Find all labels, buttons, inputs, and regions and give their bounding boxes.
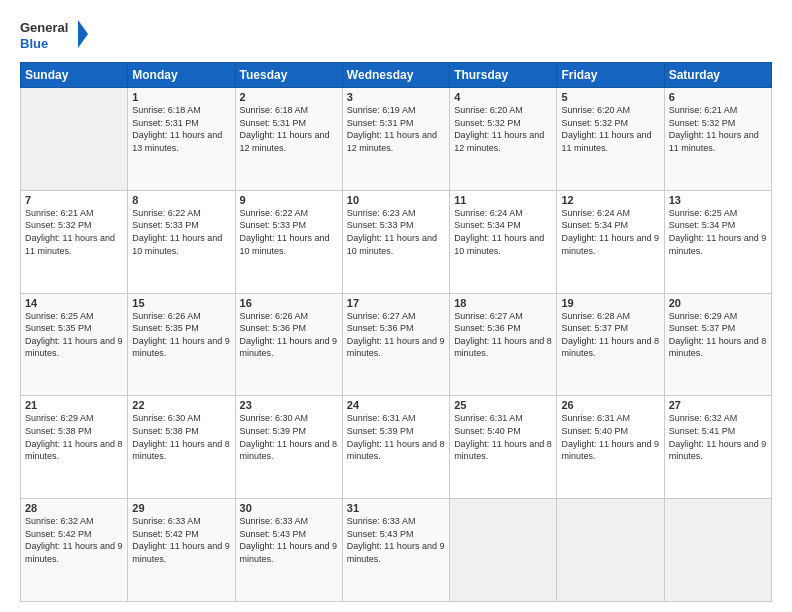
calendar-cell: 6Sunrise: 6:21 AMSunset: 5:32 PMDaylight… — [664, 88, 771, 191]
calendar-cell: 17Sunrise: 6:27 AMSunset: 5:36 PMDayligh… — [342, 293, 449, 396]
cell-content: Sunrise: 6:33 AMSunset: 5:42 PMDaylight:… — [132, 515, 230, 565]
day-number: 2 — [240, 91, 338, 103]
calendar-cell: 1Sunrise: 6:18 AMSunset: 5:31 PMDaylight… — [128, 88, 235, 191]
calendar-week-row: 7Sunrise: 6:21 AMSunset: 5:32 PMDaylight… — [21, 190, 772, 293]
calendar-cell: 11Sunrise: 6:24 AMSunset: 5:34 PMDayligh… — [450, 190, 557, 293]
calendar-cell: 29Sunrise: 6:33 AMSunset: 5:42 PMDayligh… — [128, 499, 235, 602]
day-number: 4 — [454, 91, 552, 103]
day-of-week-header: Friday — [557, 63, 664, 88]
day-of-week-header: Thursday — [450, 63, 557, 88]
calendar-cell: 10Sunrise: 6:23 AMSunset: 5:33 PMDayligh… — [342, 190, 449, 293]
cell-content: Sunrise: 6:30 AMSunset: 5:38 PMDaylight:… — [132, 412, 230, 462]
calendar-cell: 24Sunrise: 6:31 AMSunset: 5:39 PMDayligh… — [342, 396, 449, 499]
calendar-week-row: 21Sunrise: 6:29 AMSunset: 5:38 PMDayligh… — [21, 396, 772, 499]
calendar-cell: 22Sunrise: 6:30 AMSunset: 5:38 PMDayligh… — [128, 396, 235, 499]
calendar-week-row: 28Sunrise: 6:32 AMSunset: 5:42 PMDayligh… — [21, 499, 772, 602]
day-number: 15 — [132, 297, 230, 309]
header: General Blue — [20, 16, 772, 54]
cell-content: Sunrise: 6:22 AMSunset: 5:33 PMDaylight:… — [132, 207, 230, 257]
calendar-cell: 20Sunrise: 6:29 AMSunset: 5:37 PMDayligh… — [664, 293, 771, 396]
calendar-cell: 31Sunrise: 6:33 AMSunset: 5:43 PMDayligh… — [342, 499, 449, 602]
calendar-cell: 26Sunrise: 6:31 AMSunset: 5:40 PMDayligh… — [557, 396, 664, 499]
day-number: 1 — [132, 91, 230, 103]
day-of-week-header: Monday — [128, 63, 235, 88]
calendar-cell: 9Sunrise: 6:22 AMSunset: 5:33 PMDaylight… — [235, 190, 342, 293]
cell-content: Sunrise: 6:29 AMSunset: 5:37 PMDaylight:… — [669, 310, 767, 360]
calendar-cell: 5Sunrise: 6:20 AMSunset: 5:32 PMDaylight… — [557, 88, 664, 191]
day-of-week-header: Tuesday — [235, 63, 342, 88]
logo: General Blue — [20, 16, 90, 54]
day-number: 27 — [669, 399, 767, 411]
cell-content: Sunrise: 6:21 AMSunset: 5:32 PMDaylight:… — [669, 104, 767, 154]
day-number: 9 — [240, 194, 338, 206]
calendar-cell — [557, 499, 664, 602]
cell-content: Sunrise: 6:20 AMSunset: 5:32 PMDaylight:… — [561, 104, 659, 154]
cell-content: Sunrise: 6:26 AMSunset: 5:35 PMDaylight:… — [132, 310, 230, 360]
day-number: 8 — [132, 194, 230, 206]
cell-content: Sunrise: 6:20 AMSunset: 5:32 PMDaylight:… — [454, 104, 552, 154]
cell-content: Sunrise: 6:32 AMSunset: 5:41 PMDaylight:… — [669, 412, 767, 462]
calendar-cell: 28Sunrise: 6:32 AMSunset: 5:42 PMDayligh… — [21, 499, 128, 602]
cell-content: Sunrise: 6:24 AMSunset: 5:34 PMDaylight:… — [454, 207, 552, 257]
day-of-week-header: Sunday — [21, 63, 128, 88]
cell-content: Sunrise: 6:30 AMSunset: 5:39 PMDaylight:… — [240, 412, 338, 462]
calendar-cell: 14Sunrise: 6:25 AMSunset: 5:35 PMDayligh… — [21, 293, 128, 396]
cell-content: Sunrise: 6:31 AMSunset: 5:40 PMDaylight:… — [454, 412, 552, 462]
svg-text:General: General — [20, 20, 68, 35]
calendar-cell — [21, 88, 128, 191]
calendar-cell: 4Sunrise: 6:20 AMSunset: 5:32 PMDaylight… — [450, 88, 557, 191]
page: General Blue SundayMondayTuesdayWednesda… — [0, 0, 792, 612]
day-number: 31 — [347, 502, 445, 514]
cell-content: Sunrise: 6:31 AMSunset: 5:39 PMDaylight:… — [347, 412, 445, 462]
cell-content: Sunrise: 6:18 AMSunset: 5:31 PMDaylight:… — [132, 104, 230, 154]
calendar-week-row: 1Sunrise: 6:18 AMSunset: 5:31 PMDaylight… — [21, 88, 772, 191]
cell-content: Sunrise: 6:33 AMSunset: 5:43 PMDaylight:… — [240, 515, 338, 565]
calendar-cell: 7Sunrise: 6:21 AMSunset: 5:32 PMDaylight… — [21, 190, 128, 293]
day-number: 21 — [25, 399, 123, 411]
day-of-week-header: Wednesday — [342, 63, 449, 88]
cell-content: Sunrise: 6:29 AMSunset: 5:38 PMDaylight:… — [25, 412, 123, 462]
calendar-cell — [450, 499, 557, 602]
day-number: 28 — [25, 502, 123, 514]
day-number: 11 — [454, 194, 552, 206]
cell-content: Sunrise: 6:28 AMSunset: 5:37 PMDaylight:… — [561, 310, 659, 360]
calendar-cell: 25Sunrise: 6:31 AMSunset: 5:40 PMDayligh… — [450, 396, 557, 499]
cell-content: Sunrise: 6:19 AMSunset: 5:31 PMDaylight:… — [347, 104, 445, 154]
day-of-week-header: Saturday — [664, 63, 771, 88]
cell-content: Sunrise: 6:27 AMSunset: 5:36 PMDaylight:… — [454, 310, 552, 360]
cell-content: Sunrise: 6:21 AMSunset: 5:32 PMDaylight:… — [25, 207, 123, 257]
day-number: 26 — [561, 399, 659, 411]
calendar-cell: 8Sunrise: 6:22 AMSunset: 5:33 PMDaylight… — [128, 190, 235, 293]
day-number: 16 — [240, 297, 338, 309]
day-number: 3 — [347, 91, 445, 103]
cell-content: Sunrise: 6:23 AMSunset: 5:33 PMDaylight:… — [347, 207, 445, 257]
calendar-cell: 3Sunrise: 6:19 AMSunset: 5:31 PMDaylight… — [342, 88, 449, 191]
cell-content: Sunrise: 6:26 AMSunset: 5:36 PMDaylight:… — [240, 310, 338, 360]
day-number: 23 — [240, 399, 338, 411]
day-number: 25 — [454, 399, 552, 411]
calendar-cell: 13Sunrise: 6:25 AMSunset: 5:34 PMDayligh… — [664, 190, 771, 293]
calendar-cell: 2Sunrise: 6:18 AMSunset: 5:31 PMDaylight… — [235, 88, 342, 191]
calendar-table: SundayMondayTuesdayWednesdayThursdayFrid… — [20, 62, 772, 602]
day-number: 14 — [25, 297, 123, 309]
calendar-cell: 16Sunrise: 6:26 AMSunset: 5:36 PMDayligh… — [235, 293, 342, 396]
cell-content: Sunrise: 6:25 AMSunset: 5:35 PMDaylight:… — [25, 310, 123, 360]
calendar-week-row: 14Sunrise: 6:25 AMSunset: 5:35 PMDayligh… — [21, 293, 772, 396]
svg-text:Blue: Blue — [20, 36, 48, 51]
day-number: 17 — [347, 297, 445, 309]
day-number: 7 — [25, 194, 123, 206]
calendar-cell: 12Sunrise: 6:24 AMSunset: 5:34 PMDayligh… — [557, 190, 664, 293]
day-number: 22 — [132, 399, 230, 411]
cell-content: Sunrise: 6:31 AMSunset: 5:40 PMDaylight:… — [561, 412, 659, 462]
cell-content: Sunrise: 6:25 AMSunset: 5:34 PMDaylight:… — [669, 207, 767, 257]
day-number: 10 — [347, 194, 445, 206]
day-number: 20 — [669, 297, 767, 309]
day-number: 12 — [561, 194, 659, 206]
cell-content: Sunrise: 6:32 AMSunset: 5:42 PMDaylight:… — [25, 515, 123, 565]
calendar-cell: 21Sunrise: 6:29 AMSunset: 5:38 PMDayligh… — [21, 396, 128, 499]
calendar-header-row: SundayMondayTuesdayWednesdayThursdayFrid… — [21, 63, 772, 88]
calendar-cell — [664, 499, 771, 602]
day-number: 6 — [669, 91, 767, 103]
day-number: 5 — [561, 91, 659, 103]
cell-content: Sunrise: 6:33 AMSunset: 5:43 PMDaylight:… — [347, 515, 445, 565]
